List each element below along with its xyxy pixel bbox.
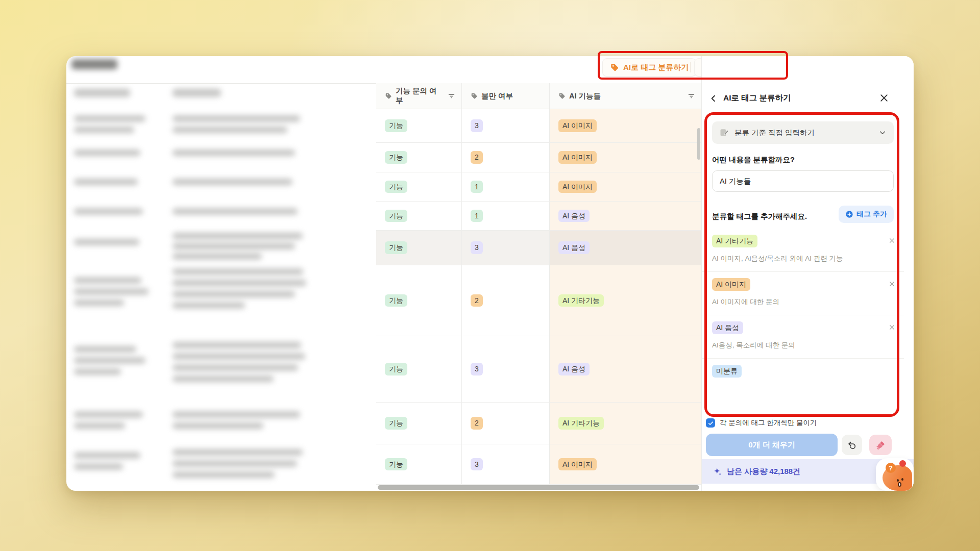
- ai-feature-cell[interactable]: AI 음성: [550, 231, 701, 265]
- complaint-score-badge: 1: [471, 210, 483, 222]
- complaint-cell[interactable]: 2: [462, 403, 550, 444]
- feature-badge: 기능: [385, 417, 407, 430]
- sparkle-icon: [713, 467, 722, 477]
- ai-tag-classify-panel: AI로 태그 분류하기 분류 기준 직접 입력하기 어떤 내용을 분류할까요? …: [701, 56, 914, 491]
- fill-more-button[interactable]: 0개 더 채우기: [706, 434, 838, 456]
- column-label: 기능 문의 여부: [396, 86, 444, 106]
- complaint-cell[interactable]: 3: [462, 336, 550, 402]
- complaint-score-badge: 2: [471, 417, 483, 430]
- ai-feature-cell[interactable]: AI 이미지: [550, 143, 701, 172]
- feature-badge: 기능: [385, 241, 407, 254]
- ai-feature-cell[interactable]: AI 기타기능: [550, 265, 701, 336]
- feature-inquiry-cell[interactable]: 기능: [376, 403, 462, 444]
- tag-column-icon: [558, 92, 566, 99]
- feature-inquiry-cell[interactable]: 기능: [376, 231, 462, 265]
- add-tag-button-label: 태그 추가: [856, 210, 887, 219]
- feature-badge: 기능: [385, 458, 407, 471]
- tag-column-icon: [385, 92, 392, 99]
- table-row[interactable]: 기능 1 AI 음성: [376, 202, 701, 231]
- column-header-complaint[interactable]: 불만 여부: [462, 83, 550, 109]
- tag-name-badge: AI 기타기능: [712, 235, 757, 247]
- broom-icon: [876, 440, 886, 450]
- table-row[interactable]: 기능 2 AI 기타기능: [376, 403, 701, 444]
- complaint-score-badge: 3: [471, 241, 483, 254]
- feature-inquiry-cell[interactable]: 기능: [376, 143, 462, 172]
- table-row[interactable]: 기능 3 AI 이미지: [376, 444, 701, 485]
- horizontal-scrollbar[interactable]: [378, 485, 699, 490]
- column-header-feature-inquiry[interactable]: 기능 문의 여부: [376, 83, 462, 109]
- ai-feature-cell[interactable]: AI 음성: [550, 202, 701, 230]
- classify-mode-dropdown[interactable]: 분류 기준 직접 입력하기: [712, 121, 894, 144]
- feature-inquiry-cell[interactable]: 기능: [376, 444, 462, 484]
- table-row[interactable]: 기능 1 AI 이미지: [376, 172, 701, 202]
- ai-feature-cell[interactable]: AI 이미지: [550, 444, 701, 484]
- help-mascot-widget[interactable]: ?: [876, 458, 914, 491]
- ai-feature-badge: AI 이미지: [558, 458, 597, 471]
- app-window: AI로 태그 분류하기 AI로 정보 가공하기 기능 문의 여부: [66, 56, 914, 491]
- filter-icon[interactable]: [688, 92, 695, 100]
- clear-tags-button[interactable]: [869, 435, 892, 455]
- add-tag-button[interactable]: 태그 추가: [839, 206, 894, 223]
- tag-name-badge: 미분류: [712, 365, 742, 378]
- tag-card: 미분류: [702, 359, 904, 386]
- complaint-score-badge: 1: [471, 181, 483, 193]
- table-row[interactable]: 기능 3 AI 음성: [376, 336, 701, 403]
- tag-icon: [610, 63, 619, 72]
- complaint-cell[interactable]: 3: [462, 231, 550, 265]
- complaint-cell[interactable]: 2: [462, 143, 550, 172]
- ai-feature-badge: AI 이미지: [558, 119, 597, 132]
- undo-button[interactable]: [842, 435, 862, 455]
- complaint-cell[interactable]: 3: [462, 444, 550, 484]
- vertical-scrollbar[interactable]: [697, 128, 700, 160]
- table-row[interactable]: 기능 3 AI 음성: [376, 231, 701, 265]
- ai-feature-cell[interactable]: AI 음성: [550, 336, 701, 402]
- complaint-score-badge: 3: [471, 458, 483, 471]
- panel-title: AI로 태그 분류하기: [723, 93, 791, 104]
- complaint-cell[interactable]: 2: [462, 265, 550, 336]
- close-panel-icon[interactable]: [879, 93, 889, 103]
- ai-feature-badge: AI 이미지: [558, 181, 597, 193]
- tag-name-badge: AI 음성: [712, 321, 743, 334]
- tag-card: AI 이미지 AI 이미지에 대한 문의: [702, 272, 904, 315]
- remove-tag-icon[interactable]: [888, 280, 896, 288]
- ai-feature-cell[interactable]: AI 이미지: [550, 109, 701, 142]
- ai-feature-badge: AI 음성: [558, 363, 590, 375]
- column-header-ai-features[interactable]: AI 기능들: [550, 83, 701, 109]
- table-row[interactable]: 기능 2 AI 기타기능: [376, 265, 701, 336]
- memo-pencil-icon: [719, 128, 729, 138]
- tag-description: AI 이미지, Ai음성/목소리 외에 AI 관련 기능: [712, 254, 894, 263]
- table-row[interactable]: 기능 3 AI 이미지: [376, 109, 701, 143]
- table-row[interactable]: 기능 2 AI 이미지: [376, 143, 701, 172]
- remove-tag-icon[interactable]: [888, 323, 896, 331]
- feature-inquiry-cell[interactable]: 기능: [376, 172, 462, 201]
- ai-feature-badge: AI 기타기능: [558, 294, 604, 307]
- chevron-down-icon: [878, 129, 887, 137]
- ai-feature-badge: AI 음성: [558, 210, 590, 222]
- ai-tag-classify-button[interactable]: AI로 태그 분류하기: [602, 58, 696, 77]
- table-body: 기능 3 AI 이미지 기능 2 AI 이미지 기능 1 AI 이미지: [376, 109, 701, 485]
- complaint-cell[interactable]: 3: [462, 109, 550, 142]
- checkbox-checked[interactable]: [706, 418, 715, 428]
- classify-target-input[interactable]: [712, 170, 894, 192]
- help-question-icon[interactable]: ?: [886, 463, 896, 473]
- ai-tag-classify-label: AI로 태그 분류하기: [623, 63, 689, 72]
- remove-tag-icon[interactable]: [888, 237, 896, 244]
- ai-feature-cell[interactable]: AI 기타기능: [550, 403, 701, 444]
- complaint-cell[interactable]: 1: [462, 172, 550, 201]
- add-tags-label: 분류할 태그를 추가해주세요.: [712, 212, 807, 221]
- feature-inquiry-cell[interactable]: 기능: [376, 109, 462, 142]
- complaint-score-badge: 3: [471, 363, 483, 375]
- tags-list: AI 기타기능 AI 이미지, Ai음성/목소리 외에 AI 관련 기능 AI …: [702, 229, 904, 386]
- one-tag-per-inquiry-option[interactable]: 각 문의에 태그 한개씩만 붙이기: [706, 418, 817, 428]
- toolbar-button-divider: [690, 62, 691, 72]
- ai-feature-cell[interactable]: AI 이미지: [550, 172, 701, 201]
- feature-inquiry-cell[interactable]: 기능: [376, 336, 462, 402]
- feature-inquiry-cell[interactable]: 기능: [376, 202, 462, 230]
- feature-inquiry-cell[interactable]: 기능: [376, 265, 462, 336]
- filter-icon[interactable]: [448, 92, 455, 100]
- complaint-cell[interactable]: 1: [462, 202, 550, 230]
- feature-badge: 기능: [385, 181, 407, 193]
- feature-badge: 기능: [385, 210, 407, 222]
- ai-feature-badge: AI 이미지: [558, 151, 597, 164]
- back-chevron-icon[interactable]: [709, 94, 718, 103]
